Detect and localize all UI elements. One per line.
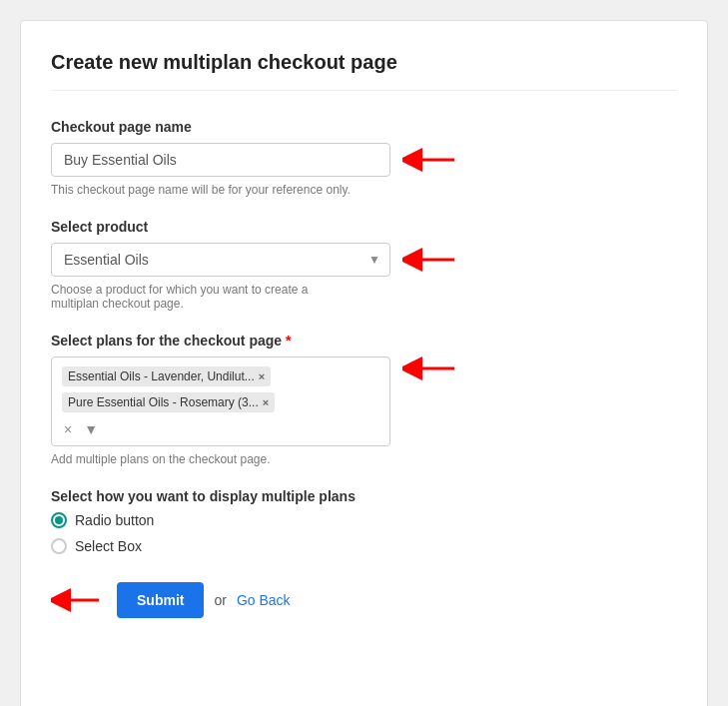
plans-controls: × ▼ [60,419,381,439]
select-box-input[interactable] [51,538,67,554]
submit-section: Submit or Go Back [51,582,677,618]
page-title: Create new multiplan checkout page [51,51,677,91]
submit-button[interactable]: Submit [117,582,204,618]
product-select[interactable]: Essential Oils Other Product [51,243,390,277]
checkout-name-label: Checkout page name [51,119,677,135]
radio-option-select-box[interactable]: Select Box [51,538,677,554]
checkout-name-hint: This checkout page name will be for your… [51,183,677,197]
plans-row: Essential Oils - Lavender, Undilut... × … [51,356,677,446]
select-plans-label: Select plans for the checkout page * [51,333,677,349]
display-options-group: Select how you want to display multiple … [51,488,677,554]
or-text: or [214,592,226,608]
select-product-group: Select product Essential Oils Other Prod… [51,219,677,311]
checkout-name-input[interactable] [51,143,390,177]
main-card: Create new multiplan checkout page Check… [20,20,708,706]
arrow-submit-annotation [51,588,107,612]
plan-tag-2: Pure Essential Oils - Rosemary (3... × [62,392,275,412]
plans-multiselect-box[interactable]: Essential Oils - Lavender, Undilut... × … [51,356,390,446]
plan-tag-1: Essential Oils - Lavender, Undilut... × [62,366,271,386]
select-box-label: Select Box [75,538,142,554]
plans-dropdown-button[interactable]: ▼ [80,419,102,439]
product-select-wrapper: Essential Oils Other Product ▼ [51,243,390,277]
arrow-plans-annotation [402,356,462,380]
display-options-label: Select how you want to display multiple … [51,488,677,504]
arrow-name-annotation [402,148,462,172]
radio-option-radio-button[interactable]: Radio button [51,512,677,528]
arrow-product-annotation [402,248,462,272]
select-product-label: Select product [51,219,677,235]
select-plans-group: Select plans for the checkout page * Ess… [51,333,677,466]
clear-all-button[interactable]: × [60,419,76,439]
select-product-row: Essential Oils Other Product ▼ [51,243,677,277]
plan-tag-2-close[interactable]: × [263,396,269,408]
checkout-name-group: Checkout page name This checkout page na… [51,119,677,197]
plan-tag-1-close[interactable]: × [259,370,265,382]
go-back-link[interactable]: Go Back [237,592,291,608]
radio-button-input[interactable] [51,512,67,528]
checkout-name-row [51,143,677,177]
radio-group: Radio button Select Box [51,512,677,554]
product-hint: Choose a product for which you want to c… [51,283,677,311]
plans-hint: Add multiple plans on the checkout page. [51,452,677,466]
radio-button-label: Radio button [75,512,154,528]
